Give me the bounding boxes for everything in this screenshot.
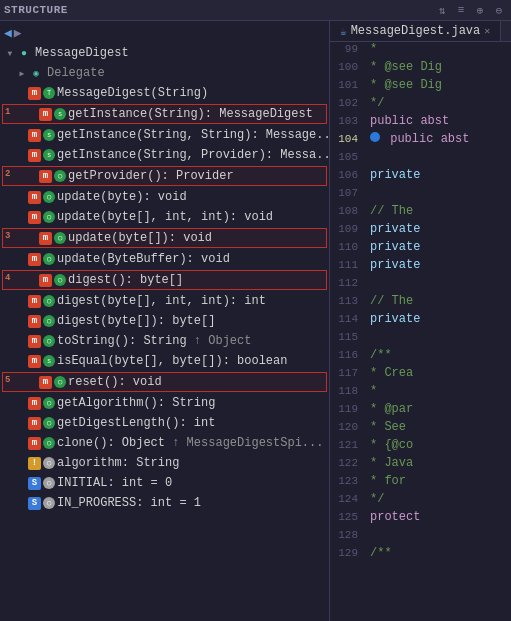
line-code: private: [366, 240, 511, 254]
line-number: 114: [330, 312, 366, 325]
line-123: 123 * for: [330, 474, 511, 492]
method-badge: m: [28, 253, 41, 266]
tree-tostring[interactable]: m ◯ toString(): String ↑ Object: [0, 331, 329, 351]
tree-getinstance1[interactable]: 1 m s getInstance(String): MessageDigest: [2, 104, 327, 124]
tree-getinstance2[interactable]: m s getInstance(String, String): Message…: [0, 125, 329, 145]
editor-tab-messagedigest[interactable]: ☕ MessageDigest.java ✕: [330, 21, 501, 41]
vis-icon: ◯: [43, 295, 55, 307]
tree-root[interactable]: ▼ ● MessageDigest: [0, 43, 329, 63]
line-code: * {@co: [366, 438, 511, 452]
number-4: 4: [5, 273, 13, 283]
vis-icon: ◯: [54, 232, 66, 244]
tree-update1[interactable]: m ◯ update(byte): void: [0, 187, 329, 207]
line-number: 125: [330, 510, 366, 523]
method-badge: m: [28, 397, 41, 410]
java-icon: ☕: [340, 25, 347, 38]
sort-type-icon[interactable]: ≡: [453, 2, 469, 18]
method-badge: m: [28, 87, 41, 100]
line-number: 109: [330, 222, 366, 235]
line-number: 118: [330, 384, 366, 397]
vis-icon: ◯: [54, 170, 66, 182]
sort-icon[interactable]: ⇅: [434, 2, 450, 18]
tree-clone[interactable]: m ◯ clone(): Object ↑ MessageDigestSpi..…: [0, 433, 329, 453]
line-99: 99 *: [330, 42, 511, 60]
line-number: 123: [330, 474, 366, 487]
line-number: 112: [330, 276, 366, 289]
editor-content[interactable]: 99 * 100 * @see Dig 101 * @see Dig 102 *…: [330, 42, 511, 621]
vis-icon: ◯: [43, 335, 55, 347]
structure-panel[interactable]: ◀ ▶ ▼ ● MessageDigest ▶ ◉ Delegate m T M…: [0, 21, 330, 621]
method-badge: m: [39, 232, 52, 245]
line-number: 101: [330, 78, 366, 91]
update3-label: update(byte[]): void: [68, 231, 212, 245]
editor-panel: ☕ MessageDigest.java ✕ 99 * 100 * @see D…: [330, 21, 511, 621]
line-101: 101 * @see Dig: [330, 78, 511, 96]
tree-reset[interactable]: 5 m ◯ reset(): void: [2, 372, 327, 392]
number-2: 2: [5, 169, 13, 179]
line-121: 121 * {@co: [330, 438, 511, 456]
tab-label: MessageDigest.java: [351, 24, 481, 38]
tree-update2[interactable]: m ◯ update(byte[], int, int): void: [0, 207, 329, 227]
line-code: public abst: [366, 114, 511, 128]
field-badge: S: [28, 497, 41, 510]
line-117: 117 * Crea: [330, 366, 511, 384]
line-number: 120: [330, 420, 366, 433]
line-number: 119: [330, 402, 366, 415]
tree-isequal[interactable]: m s isEqual(byte[], byte[]): boolean: [0, 351, 329, 371]
line-code: /**: [366, 546, 511, 560]
line-number: 100: [330, 60, 366, 73]
vis-icon: ◯: [43, 497, 55, 509]
getinstance3-label: getInstance(String, Provider): Messa...: [57, 148, 330, 162]
vis-icon: s: [43, 355, 55, 367]
tree-initial-field[interactable]: S ◯ INITIAL: int = 0: [0, 473, 329, 493]
line-116: 116 /**: [330, 348, 511, 366]
tree-getprovider[interactable]: 2 m ◯ getProvider(): Provider: [2, 166, 327, 186]
line-number: 128: [330, 528, 366, 541]
line-code: * for: [366, 474, 511, 488]
tree-digest1[interactable]: 4 m ◯ digest(): byte[]: [2, 270, 327, 290]
class-icon: ●: [16, 45, 32, 61]
method-badge: m: [28, 211, 41, 224]
tree-getinstance3[interactable]: m s getInstance(String, Provider): Messa…: [0, 145, 329, 165]
line-number: 102: [330, 96, 366, 109]
line-110: 110 private: [330, 240, 511, 258]
vis-icon: ◯: [43, 397, 55, 409]
line-114: 114 private: [330, 312, 511, 330]
tree-delegate[interactable]: ▶ ◉ Delegate: [0, 63, 329, 83]
breakpoint-dot: [370, 132, 380, 142]
tree-inprogress-field[interactable]: S ◯ IN_PROGRESS: int = 1: [0, 493, 329, 513]
forward-icon[interactable]: ▶: [14, 25, 22, 41]
method-badge: m: [39, 170, 52, 183]
tree-update4[interactable]: m ◯ update(ByteBuffer): void: [0, 249, 329, 269]
expand-arrow[interactable]: ▶: [16, 67, 28, 79]
tree-constructor[interactable]: m T MessageDigest(String): [0, 83, 329, 103]
line-104: 104 public abst: [330, 132, 511, 150]
expand-icon[interactable]: ⊕: [472, 2, 488, 18]
line-code: * Crea: [366, 366, 511, 380]
line-107: 107: [330, 186, 511, 204]
expand-arrow[interactable]: ▼: [4, 47, 16, 59]
line-103: 103 public abst: [330, 114, 511, 132]
method-badge: m: [28, 191, 41, 204]
tree-update3[interactable]: 3 m ◯ update(byte[]): void: [2, 228, 327, 248]
digest2-label: digest(byte[], int, int): int: [57, 294, 266, 308]
close-tab-icon[interactable]: ✕: [484, 25, 490, 37]
line-113: 113 // The: [330, 294, 511, 312]
nav-bar[interactable]: ◀ ▶: [0, 23, 329, 43]
tree-digest2[interactable]: m ◯ digest(byte[], int, int): int: [0, 291, 329, 311]
line-code: /**: [366, 348, 511, 362]
tree-algorithm-field[interactable]: ! ◯ algorithm: String: [0, 453, 329, 473]
back-icon[interactable]: ◀: [4, 25, 12, 41]
tree-getalgorithm[interactable]: m ◯ getAlgorithm(): String: [0, 393, 329, 413]
vis-icon: ◯: [43, 457, 55, 469]
collapse-icon[interactable]: ⊖: [491, 2, 507, 18]
update1-label: update(byte): void: [57, 190, 187, 204]
main-split: ◀ ▶ ▼ ● MessageDigest ▶ ◉ Delegate m T M…: [0, 21, 511, 621]
line-115: 115: [330, 330, 511, 348]
vis-icon: s: [43, 129, 55, 141]
method-badge: m: [28, 129, 41, 142]
line-108: 108 // The: [330, 204, 511, 222]
line-number: 108: [330, 204, 366, 217]
tree-getdigestlength[interactable]: m ◯ getDigestLength(): int: [0, 413, 329, 433]
tree-digest3[interactable]: m ◯ digest(byte[]): byte[]: [0, 311, 329, 331]
